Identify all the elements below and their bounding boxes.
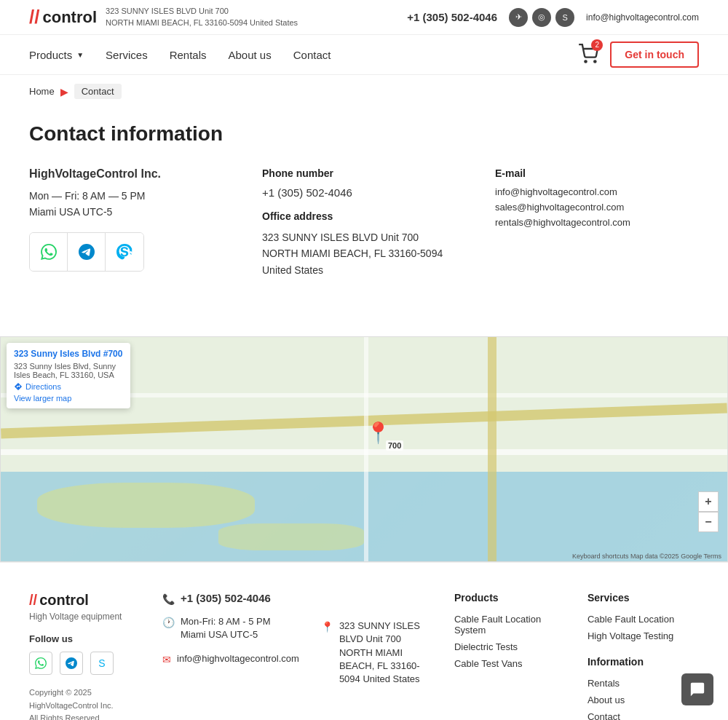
email-1[interactable]: info@highvoltagecontrol.com: [495, 186, 699, 197]
map-zoom-controls: + −: [698, 491, 719, 532]
breadcrumb-current: Contact: [74, 84, 122, 99]
footer-products-links: Cable Fault Location System Dielectric T…: [454, 614, 566, 669]
map-directions-link[interactable]: Directions: [14, 382, 123, 391]
map-view-larger-link[interactable]: View larger map: [14, 394, 123, 403]
top-social-icons: ✈ ◎ S: [509, 8, 574, 27]
svg-point-0: [585, 60, 587, 62]
main-content: Contact information HighVoltageControl I…: [0, 108, 728, 336]
footer-email-item: ✉ info@highvoltagecontrol.com: [162, 652, 299, 665]
footer-telegram-icon[interactable]: [60, 652, 83, 675]
footer-services-title: Services: [587, 592, 699, 604]
footer-col-brand: // control High Voltage equipment Follow…: [29, 592, 141, 720]
footer-link-hv-testing[interactable]: High Voltage Testing: [587, 630, 699, 641]
page-title: Contact information: [29, 122, 699, 146]
contact-col-company: HighVoltageControl Inc. Mon — Fri: 8 AM …: [29, 167, 233, 278]
signal-icon[interactable]: ◎: [532, 8, 551, 27]
footer-products-title: Products: [454, 592, 566, 604]
footer-logo-text: control: [39, 592, 89, 609]
footer-phone-icon: 📞: [162, 593, 175, 605]
phone-label: Phone number: [262, 167, 466, 179]
logo[interactable]: // control: [29, 6, 97, 28]
top-address: 323 SUNNY ISLES BLVD Unit 700 NORTH MIAM…: [106, 6, 298, 28]
map-zoom-in-button[interactable]: +: [698, 491, 719, 512]
nav-products[interactable]: Products ▼: [29, 37, 84, 73]
logo-text: control: [42, 8, 97, 27]
footer-hours-item: 🕐 Mon-Fri: 8 AM - 5 PM Miami USA UTC-5: [162, 615, 299, 641]
cart-icon[interactable]: 2: [578, 44, 598, 66]
cart-badge: 2: [591, 39, 603, 51]
breadcrumb-separator: ▶: [60, 86, 68, 98]
map-info-title: 323 Sunny Isles Blvd #700: [14, 349, 123, 359]
footer-address-item: 📍 323 SUNNY ISLES BLVD Unit 700 NORTH MI…: [321, 620, 432, 686]
footer-col-products: Products Cable Fault Location System Die…: [454, 592, 566, 720]
footer-link-cable-location[interactable]: Cable Fault Location: [587, 614, 699, 625]
get-in-touch-button[interactable]: Get in touch: [610, 41, 699, 68]
nav-about[interactable]: About us: [229, 37, 272, 73]
nav-services[interactable]: Services: [106, 37, 148, 73]
nav-rentals[interactable]: Rentals: [170, 37, 207, 73]
footer-copyright: Copyright © 2025 HighVoltageControl Inc.…: [29, 687, 141, 720]
footer-address-2: NORTH MIAMI BEACH, FL 33160-5094 United …: [339, 646, 432, 687]
footer-info-title: Information: [587, 656, 699, 668]
footer-email[interactable]: info@highvoltagecontrol.com: [177, 652, 299, 665]
footer-logo[interactable]: // control: [29, 592, 141, 609]
phone-value: +1 (305) 502-4046: [262, 186, 466, 199]
email-label: E-mail: [495, 167, 699, 179]
chat-button[interactable]: [681, 673, 713, 705]
map-info-box: 323 Sunny Isles Blvd #700 323 Sunny Isle…: [7, 343, 130, 408]
whatsapp-icon[interactable]: [30, 233, 68, 271]
map-zoom-out-button[interactable]: −: [698, 512, 719, 532]
email-2[interactable]: sales@highvoltagecontrol.com: [495, 202, 699, 213]
skype-icon[interactable]: S: [555, 8, 574, 27]
top-email[interactable]: info@highvoltagecontrol.com: [586, 12, 699, 23]
email-3[interactable]: rentals@highvoltagecontrol.com: [495, 217, 699, 228]
top-contact: +1 (305) 502-4046 ✈ ◎ S info@highvoltage…: [407, 8, 699, 27]
main-nav: Products ▼ Services Rentals About us Con…: [0, 35, 728, 75]
contact-col-email: E-mail info@highvoltagecontrol.com sales…: [495, 167, 699, 278]
footer-whatsapp-icon[interactable]: [29, 652, 52, 675]
logo-area: // control 323 SUNNY ISLES BLVD Unit 700…: [29, 6, 298, 28]
breadcrumb-home[interactable]: Home: [29, 86, 55, 97]
footer-tagline: High Voltage equipment: [29, 612, 141, 622]
social-icons: [29, 232, 144, 272]
map-info-address: 323 Sunny Isles Blvd, Sunny Isles Beach,…: [14, 362, 123, 379]
footer-col-address: 📍 323 SUNNY ISLES BLVD Unit 700 NORTH MI…: [321, 592, 432, 720]
footer-link-cable-fault[interactable]: Cable Fault Location System: [454, 614, 566, 636]
nav-right: 2 Get in touch: [578, 41, 699, 68]
nav-items: Products ▼ Services Rentals About us Con…: [29, 37, 578, 73]
footer-link-dielectric[interactable]: Dielectric Tests: [454, 641, 566, 652]
office-address: 323 SUNNY ISLES BLVD Unit 700 NORTH MIAM…: [262, 229, 466, 278]
address-label: Office address: [262, 210, 466, 222]
footer-link-test-vans[interactable]: Cable Test Vans: [454, 658, 566, 669]
footer-phone-item: 📞 +1 (305) 502-4046: [162, 592, 299, 605]
footer-hours-2: Miami USA UTC-5: [181, 628, 271, 641]
email-list: info@highvoltagecontrol.com sales@highvo…: [495, 186, 699, 228]
nav-contact[interactable]: Contact: [293, 37, 331, 73]
footer-link-contact[interactable]: Contact: [587, 711, 699, 720]
skype-contact-icon[interactable]: [106, 233, 143, 271]
footer-skype-icon[interactable]: S: [90, 652, 114, 675]
business-hours: Mon — Fri: 8 AM — 5 PM Miami USA UTC-5: [29, 188, 233, 221]
footer-address-1: 323 SUNNY ISLES BLVD Unit 700: [339, 620, 432, 646]
company-name: HighVoltageControl Inc.: [29, 167, 233, 181]
top-phone[interactable]: +1 (305) 502-4046: [407, 11, 497, 23]
logo-slash-icon: //: [29, 6, 39, 28]
footer-logo-slash: //: [29, 592, 37, 609]
map-container[interactable]: 📍 700 323 Sunny Isles Blvd #700 323 Sunn…: [0, 336, 728, 562]
footer-location-icon: 📍: [321, 621, 333, 633]
footer-col-contact: 📞 +1 (305) 502-4046 🕐 Mon-Fri: 8 AM - 5 …: [162, 592, 299, 720]
footer-phone[interactable]: +1 (305) 502-4046: [181, 592, 271, 604]
telegram-icon[interactable]: ✈: [509, 8, 528, 27]
footer-clock-icon: 🕐: [162, 617, 175, 628]
footer-email-icon: ✉: [162, 654, 171, 665]
top-bar: // control 323 SUNNY ISLES BLVD Unit 700…: [0, 0, 728, 35]
footer-grid: // control High Voltage equipment Follow…: [29, 592, 699, 720]
svg-point-1: [594, 60, 596, 62]
contact-col-phone: Phone number +1 (305) 502-4046 Office ad…: [262, 167, 466, 278]
telegram-contact-icon[interactable]: [68, 233, 106, 271]
footer-services-links: Cable Fault Location High Voltage Testin…: [587, 614, 699, 641]
follow-us-label: Follow us: [29, 633, 141, 644]
chevron-down-icon: ▼: [76, 51, 84, 59]
map-pin-icon: 📍: [365, 421, 391, 445]
contact-grid: HighVoltageControl Inc. Mon — Fri: 8 AM …: [29, 167, 699, 278]
